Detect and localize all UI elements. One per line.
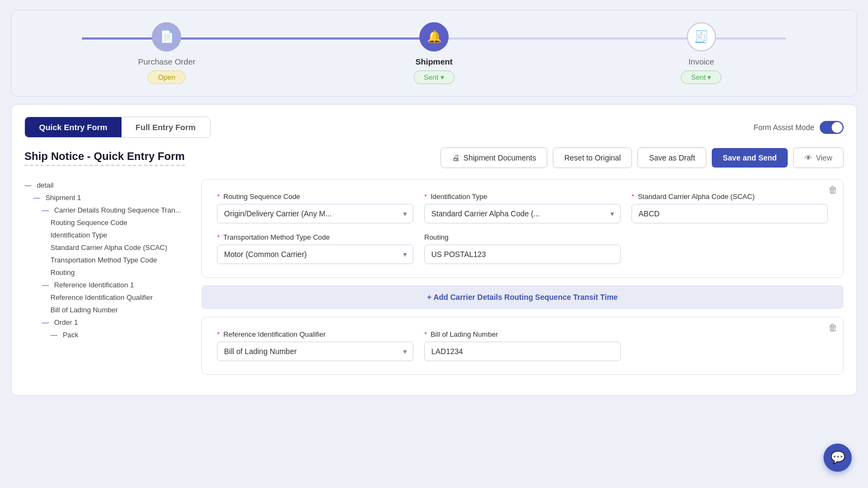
eye-icon: 👁: [805, 153, 812, 162]
nav-item-bol-number[interactable]: Bill of Lading Number: [24, 304, 193, 316]
step-circle-shipment: 🔔: [419, 22, 449, 52]
step-circle-purchase-order: 📄: [152, 22, 181, 52]
identification-type-label: * Identification Type: [424, 192, 621, 201]
tab-row: Quick Entry Form Full Entry Form Form As…: [24, 117, 844, 138]
content-area: — detail — Shipment 1 — Carrier Details …: [24, 179, 844, 382]
nav-item-scac[interactable]: Standard Carrier Alpha Code (SCAC): [24, 241, 193, 254]
chat-fab-button[interactable]: 💬: [824, 444, 852, 472]
nav-item-identification-type[interactable]: Identification Type: [24, 229, 193, 241]
form-assist-toggle[interactable]: [820, 121, 844, 134]
card1-row1: * Routing Sequence Code Origin/Delivery …: [217, 192, 828, 223]
ref-id-qualifier-wrapper: Bill of Lading Number: [217, 342, 413, 361]
identification-type-group: * Identification Type Standard Carrier A…: [424, 192, 621, 223]
nav-item-ref-id-1[interactable]: — Reference Identification 1: [24, 279, 193, 291]
toggle-knob: [832, 122, 843, 133]
transport-method-select[interactable]: Motor (Common Carrier): [217, 245, 413, 264]
bol-number-group: * Bill of Lading Number: [424, 330, 621, 361]
routing-seq-code-group: * Routing Sequence Code Origin/Delivery …: [217, 192, 413, 223]
step-badge-invoice[interactable]: Sent ▾: [681, 70, 722, 84]
left-nav: — detail — Shipment 1 — Carrier Details …: [24, 179, 193, 382]
nav-item-ref-id-qualifier[interactable]: Reference Identification Qualifier: [24, 291, 193, 304]
transport-method-group: * Transportation Method Type Code Motor …: [217, 233, 413, 264]
step-purchase-order[interactable]: 📄 Purchase Order Open: [33, 22, 301, 84]
card2-delete-icon[interactable]: 🗑: [828, 323, 838, 333]
view-button[interactable]: 👁 View: [793, 147, 844, 168]
bol-number-input[interactable]: [424, 342, 621, 361]
scac-group: * Standard Carrier Alpha Code (SCAC): [631, 192, 828, 223]
step-invoice[interactable]: 🧾 Invoice Sent ▾: [567, 22, 835, 84]
bol-number-label: * Bill of Lading Number: [424, 330, 621, 338]
routing-input[interactable]: [424, 245, 621, 264]
tab-full-entry[interactable]: Full Entry Form: [122, 117, 210, 137]
ref-id-qualifier-group: * Reference Identification Qualifier Bil…: [217, 330, 413, 361]
nav-item-transport-method[interactable]: Transportation Method Type Code: [24, 254, 193, 266]
step-circle-invoice: 🧾: [687, 22, 716, 52]
routing-seq-code-wrapper: Origin/Delivery Carrier (Any M...: [217, 204, 413, 223]
progress-section: 📄 Purchase Order Open 🔔 Shipment Sent ▾ …: [11, 10, 857, 97]
identification-type-wrapper: Standard Carrier Alpha Code (...: [424, 204, 621, 223]
card2-row1-spacer: [631, 330, 828, 361]
tab-quick-entry[interactable]: Quick Entry Form: [25, 117, 122, 137]
reset-button[interactable]: Reset to Original: [553, 147, 632, 168]
form-section: Quick Entry Form Full Entry Form Form As…: [11, 104, 857, 396]
reference-id-card: 🗑 * Reference Identification Qualifier B…: [201, 317, 844, 375]
action-buttons: 🖨 Shipment Documents Reset to Original S…: [441, 147, 844, 168]
ref-id-qualifier-label: * Reference Identification Qualifier: [217, 330, 413, 338]
routing-label: Routing: [424, 233, 621, 241]
carrier-details-card: 🗑 * Routing Sequence Code Origin/Deliver…: [201, 179, 844, 278]
nav-item-routing[interactable]: Routing: [24, 266, 193, 279]
save-draft-button[interactable]: Save as Draft: [637, 147, 706, 168]
tab-group: Quick Entry Form Full Entry Form: [24, 117, 210, 138]
title-row: Ship Notice - Quick Entry Form 🖨 Shipmen…: [24, 147, 844, 168]
right-form: 🗑 * Routing Sequence Code Origin/Deliver…: [201, 179, 844, 382]
nav-item-carrier-details[interactable]: — Carrier Details Routing Sequence Tran.…: [24, 204, 193, 216]
nav-item-order1[interactable]: — Order 1: [24, 316, 193, 329]
shipment-documents-button[interactable]: 🖨 Shipment Documents: [441, 147, 547, 168]
form-assist-label: Form Assist Mode: [754, 123, 814, 132]
form-assist-row: Form Assist Mode: [754, 121, 844, 134]
step-shipment[interactable]: 🔔 Shipment Sent ▾: [301, 22, 568, 84]
card1-row2-spacer: [631, 233, 828, 264]
routing-seq-code-select[interactable]: Origin/Delivery Carrier (Any M...: [217, 204, 413, 223]
nav-item-shipment1[interactable]: — Shipment 1: [24, 191, 193, 204]
step-badge-purchase-order[interactable]: Open: [148, 70, 186, 84]
step-label-purchase-order: Purchase Order: [138, 57, 195, 66]
scac-input[interactable]: [631, 204, 828, 223]
card1-delete-icon[interactable]: 🗑: [828, 185, 838, 196]
card1-row2: * Transportation Method Type Code Motor …: [217, 233, 828, 264]
add-carrier-button[interactable]: + Add Carrier Details Routing Sequence T…: [201, 285, 844, 309]
transport-method-label: * Transportation Method Type Code: [217, 233, 413, 241]
routing-group: Routing: [424, 233, 621, 264]
save-send-button[interactable]: Save and Send: [712, 148, 788, 168]
ref-id-qualifier-select[interactable]: Bill of Lading Number: [217, 342, 413, 361]
nav-item-detail[interactable]: — detail: [24, 179, 193, 191]
transport-method-wrapper: Motor (Common Carrier): [217, 245, 413, 264]
form-title: Ship Notice - Quick Entry Form: [24, 150, 185, 166]
scac-label: * Standard Carrier Alpha Code (SCAC): [631, 192, 828, 201]
card2-row1: * Reference Identification Qualifier Bil…: [217, 330, 828, 361]
nav-item-routing-seq-code[interactable]: Routing Sequence Code: [24, 216, 193, 229]
printer-icon: 🖨: [452, 153, 459, 162]
step-badge-shipment[interactable]: Sent ▾: [413, 70, 454, 84]
chat-icon: 💬: [831, 451, 845, 465]
identification-type-select[interactable]: Standard Carrier Alpha Code (...: [424, 204, 621, 223]
step-label-shipment: Shipment: [416, 57, 452, 66]
nav-item-pack[interactable]: — Pack: [24, 329, 193, 341]
step-label-invoice: Invoice: [688, 57, 714, 66]
routing-seq-code-label: * Routing Sequence Code: [217, 192, 413, 201]
